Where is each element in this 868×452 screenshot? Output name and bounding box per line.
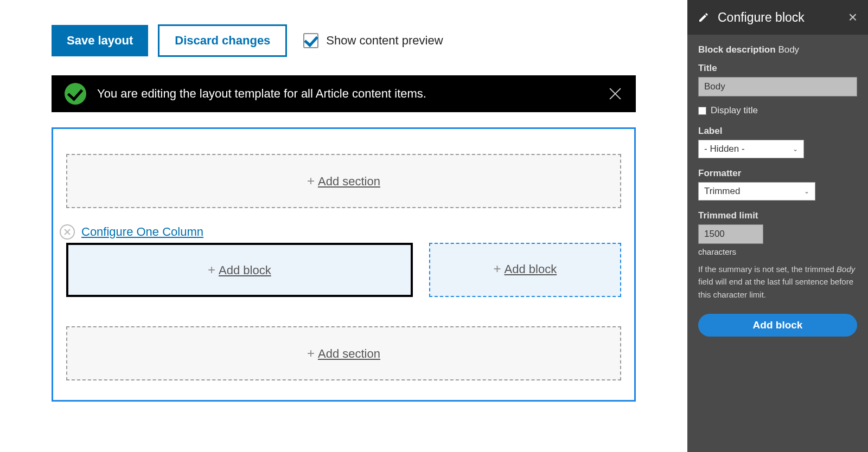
section-columns: +Add block +Add block bbox=[66, 243, 621, 297]
remove-section-button[interactable] bbox=[60, 224, 75, 240]
block-description-label: Block description bbox=[698, 44, 776, 55]
plus-icon: + bbox=[307, 346, 315, 360]
help-text: If the summary is not set, the trimmed B… bbox=[698, 263, 857, 301]
close-sidebar-button[interactable]: × bbox=[848, 10, 857, 25]
discard-changes-button[interactable]: Discard changes bbox=[158, 24, 287, 57]
layout-builder-main: Save layout Discard changes Show content… bbox=[0, 0, 687, 452]
display-title-label: Display title bbox=[711, 105, 758, 116]
sidebar-title: Configure block bbox=[718, 10, 840, 25]
save-layout-button[interactable]: Save layout bbox=[52, 25, 148, 56]
formatter-select-value: Trimmed bbox=[704, 186, 740, 197]
preview-toggle: Show content preview bbox=[303, 33, 443, 48]
add-block-submit-button[interactable]: Add block bbox=[698, 314, 857, 337]
configure-block-panel: Configure block × Block description Body… bbox=[687, 0, 868, 452]
add-section-top[interactable]: +Add section bbox=[66, 154, 621, 208]
trimmed-units: characters bbox=[698, 247, 857, 256]
add-section-link[interactable]: Add section bbox=[318, 347, 380, 360]
pencil-icon bbox=[698, 12, 709, 23]
notice-text: You are editing the layout template for … bbox=[97, 87, 597, 101]
show-preview-label: Show content preview bbox=[326, 34, 443, 48]
display-title-row: Display title bbox=[698, 105, 857, 116]
chevron-down-icon: ⌄ bbox=[793, 145, 798, 153]
plus-icon: + bbox=[208, 262, 215, 277]
block-description-row: Block description Body bbox=[698, 44, 857, 55]
sidebar-body: Block description Body Title Display tit… bbox=[687, 35, 868, 346]
show-preview-checkbox[interactable] bbox=[303, 33, 318, 48]
help-text-em: Body bbox=[837, 264, 855, 274]
label-select-value: - Hidden - bbox=[704, 144, 745, 154]
add-section-link[interactable]: Add section bbox=[318, 175, 380, 188]
trimmed-limit-input[interactable] bbox=[698, 224, 763, 244]
plus-icon: + bbox=[494, 261, 501, 276]
section-header-row: Configure One Column bbox=[60, 224, 621, 240]
label-select[interactable]: - Hidden - ⌄ bbox=[698, 140, 804, 158]
label-field-label: Label bbox=[698, 126, 857, 137]
add-block-link[interactable]: Add block bbox=[219, 263, 271, 277]
help-text-suffix: field will end at the last full sentence… bbox=[698, 277, 853, 299]
formatter-select[interactable]: Trimmed ⌄ bbox=[698, 182, 815, 201]
add-block-region[interactable]: +Add block bbox=[429, 243, 621, 297]
add-block-region-active[interactable]: +Add block bbox=[66, 243, 413, 297]
layout-canvas: +Add section Configure One Column +Add b… bbox=[52, 127, 636, 402]
formatter-label: Formatter bbox=[698, 168, 857, 179]
trimmed-limit-label: Trimmed limit bbox=[698, 210, 857, 221]
block-description-value: Body bbox=[778, 44, 799, 55]
sidebar-header: Configure block × bbox=[687, 0, 868, 35]
title-input[interactable] bbox=[698, 77, 857, 96]
display-title-checkbox[interactable] bbox=[698, 107, 706, 115]
configure-section-link[interactable]: Configure One Column bbox=[81, 225, 203, 239]
chevron-down-icon: ⌄ bbox=[804, 188, 809, 195]
add-block-link[interactable]: Add block bbox=[505, 262, 557, 276]
help-text-prefix: If the summary is not set, the trimmed bbox=[698, 264, 837, 274]
check-circle-icon bbox=[65, 83, 86, 105]
close-notice-button[interactable] bbox=[608, 86, 623, 101]
layout-toolbar: Save layout Discard changes Show content… bbox=[52, 24, 636, 57]
title-label: Title bbox=[698, 63, 857, 74]
plus-icon: + bbox=[307, 173, 315, 188]
edit-notice: You are editing the layout template for … bbox=[52, 75, 636, 112]
add-section-bottom[interactable]: +Add section bbox=[66, 326, 621, 380]
